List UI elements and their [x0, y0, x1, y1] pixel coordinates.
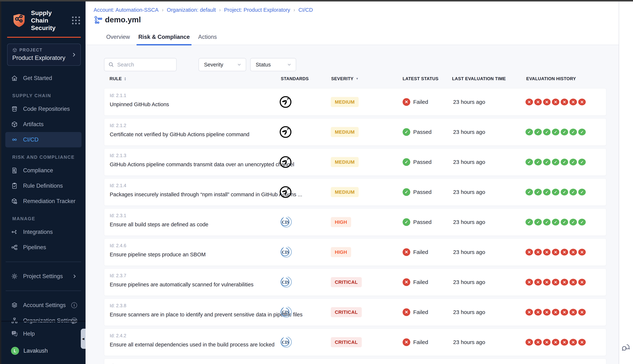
- chevron-right-icon: [72, 274, 77, 279]
- rule-sort-icon[interactable]: ▲▼: [124, 77, 126, 81]
- severity-cell: MEDIUM: [331, 97, 359, 107]
- search-box[interactable]: [104, 58, 176, 71]
- project-selector[interactable]: PROJECT Product Exploratory: [7, 44, 81, 66]
- owasp-icon: [279, 96, 292, 108]
- last-evaluation-time: 23 hours ago: [453, 99, 485, 105]
- sidebar-item-ci-cd[interactable]: CI/CD: [5, 132, 82, 148]
- severity-sort-icon[interactable]: ▼: [356, 77, 359, 80]
- history-fail-icon: ✕: [543, 339, 550, 346]
- module-grid-icon[interactable]: [72, 16, 80, 24]
- tab-risk-compliance[interactable]: Risk & Compliance: [138, 30, 190, 45]
- search-input[interactable]: [117, 62, 172, 68]
- sidebar-item-label: Account Settings: [23, 302, 66, 308]
- rule-cell: Id: 2.3.7Ensure pipelines are automatica…: [110, 273, 254, 288]
- support-chat-icon[interactable]: [621, 343, 631, 353]
- sidebar-item-integrations[interactable]: Integrations: [5, 224, 82, 240]
- passed-icon: ✓: [402, 158, 410, 166]
- svg-text:CIS: CIS: [282, 280, 290, 285]
- severity-cell: MEDIUM: [331, 157, 359, 167]
- history-pass-icon: ✓: [570, 189, 577, 196]
- evaluation-history: ✓✓✓✓✓✓✓: [526, 129, 586, 136]
- column-header-severity[interactable]: SEVERITY▼: [331, 76, 359, 81]
- rule-cell: Id: 2.4.6Ensure pipeline steps produce a…: [110, 243, 206, 258]
- breadcrumb-separator: ›: [219, 7, 221, 13]
- sidebar-divider: [6, 262, 81, 262]
- history-fail-icon: ✕: [526, 279, 533, 286]
- rule-id: Id: 3.1.7: [110, 363, 126, 364]
- sidebar-item-code-repositories[interactable]: Code Repositories: [5, 101, 82, 117]
- window-top-edge: [0, 0, 633, 2]
- sidebar-item-label: Rule Definitions: [23, 182, 63, 189]
- search-icon: [108, 62, 114, 68]
- status-cell: ✓Passed: [402, 158, 432, 166]
- sidebar-collapse-handle[interactable]: ◀: [81, 329, 86, 349]
- app-logo-row: Supply Chain Security: [1, 2, 86, 32]
- owasp-icon: [279, 186, 292, 198]
- history-pass-icon: ✓: [570, 129, 577, 136]
- sidebar-item-pipelines[interactable]: Pipelines: [5, 240, 82, 255]
- history-fail-icon: ✕: [552, 309, 559, 316]
- sidebar-section-label: RISK AND COMPLIANCE: [1, 148, 86, 163]
- history-fail-icon: ✕: [552, 279, 559, 286]
- sidebar-item-label: Project Settings: [23, 273, 63, 280]
- table-row[interactable]: Id: 2.1.4Packages insecurely installed t…: [104, 178, 606, 206]
- user-menu[interactable]: L Lavakush: [5, 344, 82, 358]
- table-row[interactable]: Id: 3.1.7CISCRITICAL✕Failed23 hours ago✕…: [104, 358, 606, 364]
- breadcrumb-link-account-automation-ssca[interactable]: Account: Automation-SSCA: [94, 7, 158, 13]
- history-pass-icon: ✓: [561, 159, 568, 166]
- passed-icon: ✓: [402, 188, 410, 196]
- table-row[interactable]: Id: 2.1.1Unpinned GitHub ActionsMEDIUM✕F…: [104, 88, 606, 116]
- history-pass-icon: ✓: [570, 219, 577, 226]
- breadcrumb-link-ci-cd[interactable]: CI/CD: [298, 7, 313, 13]
- tab-actions[interactable]: Actions: [198, 30, 217, 45]
- table-row[interactable]: Id: 2.3.7Ensure pipelines are automatica…: [104, 268, 606, 296]
- sidebar-item-compliance[interactable]: Compliance: [5, 163, 82, 178]
- history-pass-icon: ✓: [570, 159, 577, 166]
- status-label: Failed: [413, 279, 428, 285]
- history-pass-icon: ✓: [552, 219, 559, 226]
- severity-filter-dropdown[interactable]: Severity: [198, 58, 246, 71]
- history-pass-icon: ✓: [526, 189, 533, 196]
- tab-overview[interactable]: Overview: [106, 30, 130, 45]
- column-header-last-evaluation-time: LAST EVALUATION TIME: [452, 76, 506, 81]
- table-row[interactable]: Id: 2.1.3GitHub Actions pipeline command…: [104, 148, 606, 176]
- table-row[interactable]: Id: 2.3.8Ensure scanners are in place to…: [104, 298, 606, 326]
- sidebar-item-help[interactable]: ? Help: [5, 326, 82, 342]
- history-pass-icon: ✓: [543, 189, 550, 196]
- history-pass-icon: ✓: [578, 219, 586, 226]
- history-fail-icon: ✕: [570, 279, 577, 286]
- sidebar-item-account-settings[interactable]: Account Settingsi: [5, 298, 82, 313]
- sidebar-item-project-settings[interactable]: Project Settings: [5, 268, 82, 284]
- sidebar-bottom: ? Help L Lavakush: [1, 321, 86, 364]
- column-header-label: SEVERITY: [331, 76, 354, 81]
- severity-badge: CRITICAL: [331, 307, 362, 317]
- sidebar: Supply Chain Security PROJECT Product Ex…: [1, 2, 86, 364]
- sidebar-item-artifacts[interactable]: Artifacts: [5, 117, 82, 132]
- sidebar-item-label: Get Started: [23, 75, 52, 82]
- breadcrumb-link-project-product-exploratory[interactable]: Project: Product Exploratory: [224, 7, 290, 13]
- app-title: Supply Chain Security: [31, 9, 70, 32]
- cis-icon: CIS: [279, 246, 292, 258]
- gear-icon: [11, 273, 18, 280]
- sidebar-section-label: MANAGE: [1, 209, 86, 224]
- rule-cell: Id: 2.1.2Certificate not verified by Git…: [110, 123, 249, 138]
- failed-icon: ✕: [402, 338, 410, 346]
- table-row[interactable]: Id: 2.3.1Ensure all build steps are defi…: [104, 208, 606, 236]
- failed-icon: ✕: [402, 278, 410, 286]
- table-row[interactable]: Id: 2.1.2Certificate not verified by Git…: [104, 118, 606, 146]
- sidebar-item-remediation-tracker[interactable]: Remediation Tracker: [5, 194, 82, 209]
- table-row[interactable]: Id: 2.4.2Ensure all external dependencie…: [104, 328, 606, 356]
- pipeline-file-icon: [94, 16, 102, 24]
- status-label: Failed: [413, 249, 428, 255]
- cis-icon: CIS: [279, 336, 292, 348]
- table-row[interactable]: Id: 2.4.6Ensure pipeline steps produce a…: [104, 238, 606, 266]
- sidebar-item-rule-definitions[interactable]: Rule Definitions: [5, 178, 82, 194]
- status-filter-dropdown[interactable]: Status: [250, 58, 296, 71]
- sidebar-divider: [6, 290, 81, 291]
- column-header-rule[interactable]: RULE▲▼: [110, 76, 126, 81]
- sidebar-item-get-started[interactable]: Get Started: [5, 70, 82, 86]
- sidebar-item-label: Code Repositories: [23, 106, 70, 112]
- breadcrumb-link-organization-default[interactable]: Organization: default: [167, 7, 216, 13]
- sidebar-item-label: Remediation Tracker: [23, 198, 76, 204]
- repo-icon: [11, 106, 18, 112]
